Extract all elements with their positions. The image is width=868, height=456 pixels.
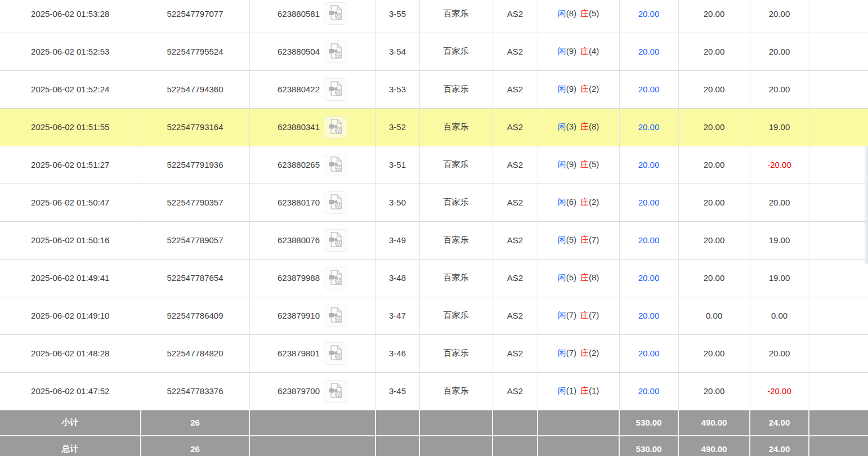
game-type-cell: 百家乐 [419, 70, 493, 108]
summary-empty-cell [538, 436, 619, 456]
round-cell: 3-54 [375, 33, 419, 70]
result-cell: 闲(1)庄(1) [538, 372, 619, 410]
summary-empty-cell [375, 410, 419, 436]
record-row[interactable]: 2025-06-02 01:50:47 522547790357 6238801… [0, 184, 868, 221]
game-number-text: 623880170 [278, 198, 320, 207]
bet-amount-link[interactable]: 20.00 [619, 70, 678, 108]
player-result-label: 闲 [558, 197, 566, 207]
record-row[interactable]: 2025-06-02 01:51:55 522547793164 6238803… [0, 108, 868, 146]
table-name-cell: AS2 [493, 334, 538, 372]
round-cell: 3-48 [375, 259, 419, 297]
valid-amount-cell: 0.00 [678, 297, 750, 334]
record-row[interactable]: 2025-06-02 01:52:24 522547794360 6238804… [0, 70, 868, 108]
empty-cell [809, 372, 868, 410]
table-name-cell: AS2 [493, 70, 538, 108]
valid-amount-cell: 20.00 [678, 146, 750, 184]
video-replay-button[interactable] [324, 342, 347, 365]
video-file-icon [328, 194, 343, 212]
player-result-points: (7) [566, 310, 576, 320]
video-replay-button[interactable] [324, 267, 347, 289]
bet-amount-link[interactable]: 20.00 [619, 297, 678, 334]
bet-amount-link[interactable]: 20.00 [619, 184, 678, 221]
bet-amount-link[interactable]: 20.00 [619, 0, 678, 33]
summary-label-cell: 小计 [0, 410, 141, 436]
record-row[interactable]: 2025-06-02 01:53:28 522547797077 6238805… [0, 0, 868, 33]
table-name-cell: AS2 [493, 259, 538, 297]
winloss-cell: 20.00 [750, 0, 809, 33]
banker-result-label: 庄 [580, 235, 589, 244]
banker-result-points: (2) [589, 348, 599, 357]
table-name-cell: AS2 [493, 221, 538, 259]
video-file-icon [328, 43, 343, 61]
record-row[interactable]: 2025-06-02 01:49:41 522547787654 6238799… [0, 259, 868, 297]
player-result-points: (6) [566, 197, 576, 207]
video-replay-button[interactable] [324, 116, 347, 138]
result-cell: 闲(6)庄(2) [538, 184, 619, 221]
banker-result-points: (2) [589, 84, 599, 93]
bet-number-cell: 522547797077 [141, 0, 249, 33]
empty-cell [809, 334, 868, 372]
round-cell: 3-50 [375, 184, 419, 221]
player-result-label: 闲 [558, 122, 566, 131]
banker-result-label: 庄 [580, 122, 589, 131]
game-number-cell: 623880265 [249, 146, 375, 184]
video-replay-button[interactable] [324, 78, 347, 101]
winloss-cell: 20.00 [750, 70, 809, 108]
bet-number-cell: 522547795524 [141, 33, 249, 70]
video-replay-button[interactable] [324, 154, 347, 176]
summary-label-cell: 总计 [0, 436, 141, 456]
vertical-scrollbar-thumb[interactable] [864, 146, 868, 265]
summary-empty-cell [538, 410, 619, 436]
game-number-text: 623880581 [278, 9, 320, 19]
record-row[interactable]: 2025-06-02 01:51:27 522547791936 6238802… [0, 146, 868, 184]
round-cell: 3-47 [375, 297, 419, 334]
banker-result-label: 庄 [580, 310, 589, 320]
result-cell: 闲(8)庄(5) [538, 0, 619, 33]
summary-bet-total-cell: 530.00 [619, 410, 678, 436]
game-number-cell: 623880341 [249, 108, 375, 146]
empty-cell [809, 259, 868, 297]
bet-amount-link[interactable]: 20.00 [619, 108, 678, 146]
record-row[interactable]: 2025-06-02 01:50:16 522547789057 6238800… [0, 221, 868, 259]
video-file-icon [328, 118, 343, 136]
game-type-cell: 百家乐 [419, 372, 493, 410]
records-tbody: 2025-06-02 01:53:28 522547797077 6238805… [0, 0, 868, 456]
video-file-icon [328, 345, 343, 363]
valid-amount-cell: 20.00 [678, 372, 750, 410]
player-result-points: (8) [566, 8, 576, 18]
bet-time-cell: 2025-06-02 01:50:16 [0, 221, 141, 259]
video-replay-button[interactable] [324, 191, 347, 214]
bet-amount-link[interactable]: 20.00 [619, 334, 678, 372]
video-replay-button[interactable] [324, 2, 347, 25]
banker-result-points: (8) [589, 272, 599, 282]
player-result-points: (5) [566, 272, 576, 282]
record-row[interactable]: 2025-06-02 01:48:28 522547784820 6238798… [0, 334, 868, 372]
player-result-label: 闲 [558, 159, 566, 169]
record-row[interactable]: 2025-06-02 01:52:53 522547795524 6238805… [0, 33, 868, 70]
bet-time-cell: 2025-06-02 01:48:28 [0, 334, 141, 372]
record-row[interactable]: 2025-06-02 01:49:10 522547786409 6238799… [0, 297, 868, 334]
empty-cell [809, 33, 868, 70]
bet-amount-link[interactable]: 20.00 [619, 372, 678, 410]
banker-result-points: (5) [589, 8, 599, 18]
bet-amount-link[interactable]: 20.00 [619, 33, 678, 70]
summary-empty-cell [375, 436, 419, 456]
player-result-label: 闲 [558, 348, 566, 357]
summary-valid-total-cell: 490.00 [678, 436, 750, 456]
bet-amount-link[interactable]: 20.00 [619, 221, 678, 259]
record-row[interactable]: 2025-06-02 01:47:52 522547783376 6238797… [0, 372, 868, 410]
bet-amount-link[interactable]: 20.00 [619, 259, 678, 297]
bet-number-cell: 522547790357 [141, 184, 249, 221]
video-file-icon [328, 5, 343, 23]
table-name-cell: AS2 [493, 0, 538, 33]
result-cell: 闲(7)庄(2) [538, 334, 619, 372]
video-replay-button[interactable] [324, 305, 347, 327]
game-number-cell: 623879988 [249, 259, 375, 297]
video-replay-button[interactable] [324, 380, 347, 403]
player-result-label: 闲 [558, 8, 566, 18]
video-replay-button[interactable] [324, 229, 347, 252]
winloss-cell: 20.00 [750, 184, 809, 221]
empty-cell [809, 146, 868, 184]
video-replay-button[interactable] [324, 41, 347, 63]
bet-amount-link[interactable]: 20.00 [619, 146, 678, 184]
